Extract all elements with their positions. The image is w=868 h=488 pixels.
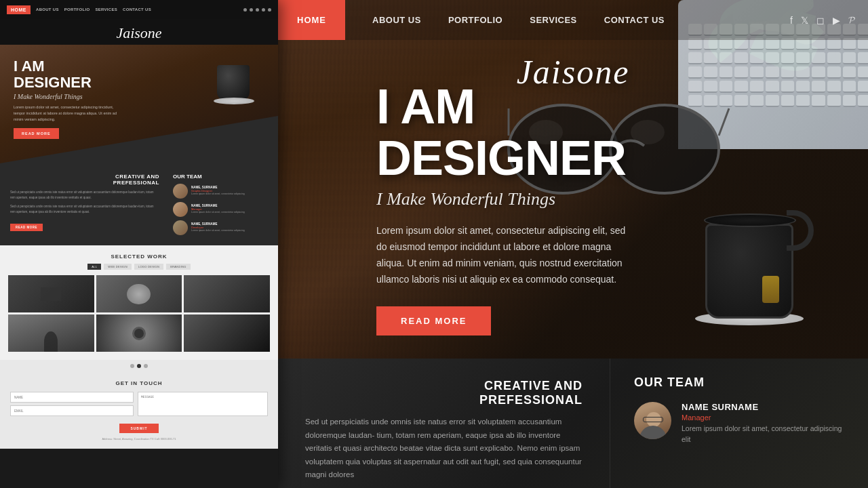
team-member-desc: Lorem ipsum dolor sit amet, consectetur … — [682, 424, 844, 445]
hero-description: Lorem ipsum dolor sit amet, consectetur … — [376, 223, 634, 287]
hero-subtitle: I Make Wonderful Things — [376, 189, 634, 209]
team-section: OUR TEAM NAME SURNAME Manager Lorem ipsu… — [610, 359, 868, 488]
mini-team-member-2: NAME, SURNAME Manager Lorem ipsum dolor … — [173, 202, 268, 217]
main-navbar: HOME ABOUT US PORTFOLIO SERVICES CONTACT… — [278, 0, 868, 40]
creative-title: CREATIVE ANDPREFESSIONAL — [305, 379, 583, 407]
portfolio-item-3[interactable] — [184, 275, 270, 312]
mini-portfolio-grid — [8, 275, 270, 352]
svg-line-3 — [719, 108, 729, 136]
portfolio-item-6[interactable] — [184, 314, 270, 352]
mini-hero-desc: Lorem ipsum dolor sit amet, consectetur … — [14, 104, 122, 122]
portfolio-item-5[interactable] — [96, 314, 182, 352]
team-avatar — [634, 402, 671, 439]
mini-nav-about: ABOUT US — [36, 7, 59, 12]
portfolio-item-1[interactable] — [8, 275, 94, 312]
creative-section: CREATIVE ANDPREFESSIONAL Sed ut perspici… — [278, 359, 610, 488]
mini-avatar-2 — [173, 202, 188, 217]
mini-team-member-3: NAME, SURNAME Developer Lorem ipsum dolo… — [173, 220, 268, 235]
mini-creative-text-2: Sed ut perspiciatis unde omnis iste natu… — [10, 204, 159, 214]
nav-contact[interactable]: CONTACT US — [591, 0, 678, 40]
portfolio-item-4[interactable] — [8, 314, 94, 352]
team-member-name: NAME SURNAME — [682, 402, 844, 412]
social-pinterest-icon[interactable]: 𝓟 — [848, 14, 854, 26]
mini-team-title: OUR TEAM — [173, 174, 268, 180]
svg-point-5 — [631, 120, 665, 144]
mini-portfolio-title: SELECTED WORK — [8, 253, 270, 260]
mini-hero: I AMDESIGNER I Make Wonderful Things Lor… — [0, 45, 278, 163]
preview-panel: HOME ABOUT US PORTFOLIO SERVICES CONTACT… — [0, 0, 278, 488]
mini-creative-text-1: Sed ut perspiciatis unde omnis iste natu… — [10, 190, 159, 200]
mini-message-input[interactable] — [138, 392, 268, 416]
portfolio-item-2[interactable] — [96, 275, 182, 312]
bottom-info-section: CREATIVE ANDPREFESSIONAL Sed ut perspici… — [278, 359, 868, 488]
hero-section: I AM DESIGNER I Make Wonderful Things Lo… — [376, 81, 634, 336]
hero-cta-button[interactable]: READ MORE — [376, 306, 491, 336]
nav-portfolio[interactable]: PORTFOLIO — [435, 0, 516, 40]
social-youtube-icon[interactable]: ▶ — [833, 15, 840, 26]
mini-read-more-about-btn[interactable]: READ MORE — [10, 224, 43, 231]
mini-avatar-3 — [173, 220, 188, 235]
mini-pager — [0, 360, 278, 372]
team-member-role: Manager — [682, 413, 844, 422]
nav-services[interactable]: SERVICES — [516, 0, 591, 40]
mini-creative-title: CREATIVE ANDPREFESSIONAL — [10, 174, 159, 186]
hero-title: I AM DESIGNER — [376, 81, 634, 184]
mini-contact-section: GET IN TOUCH SUBMIT Address: Street, Ama… — [0, 372, 278, 449]
mini-name-input[interactable] — [10, 392, 134, 403]
mini-hero-subtitle: I Make Wonderful Things — [14, 93, 122, 100]
mini-avatar-1 — [173, 184, 188, 199]
coffee-cup-decoration — [692, 183, 814, 332]
mini-contact-form — [10, 392, 268, 416]
filter-webdesign-btn[interactable]: WEB DESIGN — [104, 264, 132, 270]
filter-logodesign-btn[interactable]: LOGO DESIGN — [134, 264, 163, 270]
nav-home[interactable]: HOME — [278, 0, 345, 40]
mini-brand: Jaisone — [0, 19, 278, 45]
mini-team-member-1: NAME, SURNAME Graphic Designer Lorem ips… — [173, 184, 268, 199]
mini-address: Address: Street, Amazing, Coordination T… — [10, 437, 268, 441]
mini-cup — [214, 55, 258, 106]
filter-branding-btn[interactable]: BRANDING — [166, 264, 191, 270]
social-facebook-icon[interactable]: f — [790, 15, 793, 26]
pager-dot-1 — [130, 364, 134, 368]
pager-dot-3 — [144, 364, 148, 368]
mini-about-section: CREATIVE ANDPREFESSIONAL Sed ut perspici… — [0, 163, 278, 245]
mini-nav-contact: CONTACT US — [123, 7, 151, 12]
social-instagram-icon[interactable]: ◻ — [816, 15, 825, 26]
mini-nav-portfolio: PORTFOLIO — [64, 7, 90, 12]
mini-nav-home: HOME — [7, 5, 31, 14]
mini-contact-title: GET IN TOUCH — [10, 380, 268, 386]
mini-hero-title: I AMDESIGNER — [14, 58, 122, 91]
mini-submit-btn[interactable]: SUBMIT — [119, 424, 158, 433]
pager-dot-2 — [137, 364, 141, 368]
creative-text: Sed ut perspiciatis unde omnis iste natu… — [305, 415, 583, 482]
filter-all-btn[interactable]: ALL — [87, 264, 101, 270]
mini-navbar: HOME ABOUT US PORTFOLIO SERVICES CONTACT… — [0, 0, 278, 19]
mini-read-more-btn[interactable]: READ MORE — [14, 128, 59, 139]
mini-portfolio-section: SELECTED WORK ALL WEB DESIGN LOGO DESIGN… — [0, 245, 278, 360]
team-title: OUR TEAM — [634, 375, 844, 390]
mini-nav-services: SERVICES — [95, 7, 117, 12]
social-twitter-icon[interactable]: 𝕏 — [801, 15, 808, 26]
mini-email-input[interactable] — [10, 405, 134, 416]
team-member: NAME SURNAME Manager Lorem ipsum dolor s… — [634, 402, 844, 445]
nav-about[interactable]: ABOUT US — [359, 0, 435, 40]
